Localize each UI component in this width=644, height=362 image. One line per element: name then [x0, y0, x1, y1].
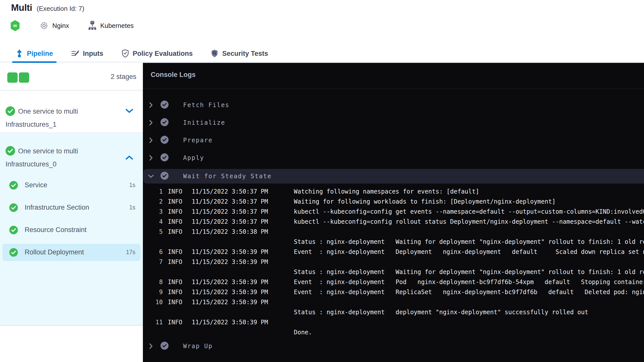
chevron-down-icon[interactable] — [148, 174, 154, 178]
infrastructure-item-kubernetes[interactable]: Kubernetes — [88, 21, 134, 31]
console-steps-bottom: Wrap Up — [143, 337, 644, 355]
log-level — [168, 267, 192, 277]
log-timestamp: 11/15/2022 3:50:37 PM — [192, 207, 268, 217]
console-step-label: Apply — [183, 154, 204, 161]
tab-policy-evaluations[interactable]: Policy Evaluations — [122, 45, 193, 62]
sidebar-step-resource-constraint[interactable]: Resource Constraint — [0, 219, 143, 241]
log-meta: INFO11/15/2022 3:50:37 PM — [168, 217, 294, 227]
console-step-prepare[interactable]: Prepare — [143, 131, 644, 149]
log-line: 5INFO11/15/2022 3:50:38 PM — [143, 227, 644, 237]
execution-id: (Execution Id: 7) — [37, 5, 84, 13]
log-level: INFO — [168, 257, 192, 267]
sidebar-step-inner: Infrastructure Section1s — [3, 199, 140, 216]
infrastructure-label: Kubernetes — [100, 22, 134, 30]
console-step-initialize[interactable]: Initialize — [143, 114, 644, 131]
log-level: INFO — [168, 197, 192, 207]
log-line: 1INFO11/15/2022 3:50:37 PMWatching follo… — [143, 187, 644, 197]
console-logs-title: Console Logs — [151, 71, 196, 79]
console-step-label: Fetch Files — [183, 102, 229, 109]
success-check-icon — [9, 181, 18, 190]
log-line-number: 4 — [154, 217, 163, 227]
success-check-icon — [9, 203, 18, 212]
log-message — [294, 227, 644, 237]
page-title: Multi — [11, 3, 32, 13]
log-line-number: 3 — [154, 207, 163, 217]
log-level — [168, 307, 192, 317]
step-label: Resource Constraint — [25, 226, 87, 234]
stage-row-infrastructures-1[interactable]: One service to multi Infrastructures_1 — [0, 91, 143, 133]
stage-square-success[interactable] — [19, 72, 29, 83]
success-check-icon — [6, 106, 15, 119]
log-line-number — [154, 267, 163, 277]
chevron-down-icon[interactable] — [125, 108, 133, 115]
log-line: 10INFO11/15/2022 3:50:39 PM — [143, 297, 644, 307]
log-meta — [168, 237, 294, 247]
log-message: Status : nginx-deployment Waiting for de… — [294, 237, 644, 247]
log-message: Status : nginx-deployment deployment "ng… — [294, 307, 644, 317]
log-line: 8INFO11/15/2022 3:50:39 PMEvent : nginx-… — [143, 277, 644, 287]
log-timestamp: 11/15/2022 3:50:39 PM — [192, 257, 268, 267]
log-line-number — [154, 327, 163, 337]
log-line-number: 1 — [154, 187, 163, 197]
sidebar-step-rollout-deployment[interactable]: Rollout Deployment17s — [0, 241, 143, 263]
console-logs-panel: Console Logs Fetch FilesInitializePrepar… — [143, 63, 644, 362]
log-meta — [168, 307, 294, 317]
chevron-right-icon[interactable] — [148, 155, 154, 161]
tab-label: Pipeline — [27, 50, 53, 58]
log-line: 11INFO11/15/2022 3:50:39 PM — [143, 317, 644, 327]
console-step-apply[interactable]: Apply — [143, 149, 644, 167]
console-divider — [143, 88, 644, 89]
log-meta: INFO11/15/2022 3:50:39 PM — [168, 247, 294, 257]
log-level: INFO — [168, 207, 192, 217]
log-line-number: 5 — [154, 227, 163, 237]
stage-square-success[interactable] — [7, 72, 18, 83]
title-row: Multi (Execution Id: 7) — [11, 3, 84, 13]
log-line: 3INFO11/15/2022 3:50:37 PMkubectl --kube… — [143, 207, 644, 217]
chevron-right-icon[interactable] — [148, 137, 154, 143]
success-check-icon — [9, 226, 18, 234]
tab-label: Inputs — [83, 50, 103, 58]
log-line: 6INFO11/15/2022 3:50:39 PMEvent : nginx-… — [143, 247, 644, 257]
log-timestamp: 11/15/2022 3:50:39 PM — [192, 297, 268, 307]
log-message: kubectl --kubeconfig=config rollout stat… — [294, 217, 644, 227]
inputs-icon — [71, 50, 79, 57]
log-meta: INFO11/15/2022 3:50:39 PM — [168, 287, 294, 297]
log-line: Status : nginx-deployment deployment "ng… — [143, 307, 644, 317]
chevron-right-icon[interactable] — [148, 120, 154, 126]
console-step-label: Wait for Steady State — [183, 173, 272, 180]
log-line: 2INFO11/15/2022 3:50:37 PMWaiting for fo… — [143, 197, 644, 207]
tab-inputs[interactable]: Inputs — [71, 45, 103, 62]
stage-row-infrastructures-0[interactable]: One service to multi Infrastructures_0 — [6, 146, 101, 170]
console-step-label: Wrap Up — [183, 343, 213, 350]
chevron-right-icon[interactable] — [148, 102, 154, 108]
service-item-nginx[interactable]: Nginx — [39, 21, 69, 30]
log-line-number: 2 — [154, 197, 163, 207]
gear-icon — [39, 21, 49, 30]
log-line-number: 7 — [154, 257, 163, 267]
step-success-check-icon — [160, 342, 169, 351]
stage-status-squares — [7, 72, 29, 83]
console-step-wrap-up[interactable]: Wrap Up — [143, 337, 644, 355]
console-step-fetch-files[interactable]: Fetch Files — [143, 96, 644, 114]
sidebar-step-inner: Service1s — [3, 177, 140, 194]
chevron-right-icon[interactable] — [148, 343, 154, 349]
step-label: Infrastructure Section — [25, 204, 89, 211]
log-timestamp: 11/15/2022 3:50:37 PM — [192, 197, 268, 207]
tab-pipeline[interactable]: Pipeline — [16, 45, 53, 62]
sidebar-step-inner: Resource Constraint — [3, 221, 140, 239]
log-line: 9INFO11/15/2022 3:50:39 PMEvent : nginx-… — [143, 287, 644, 297]
tab-label: Security Tests — [222, 50, 268, 58]
sidebar-step-infrastructure-section[interactable]: Infrastructure Section1s — [0, 196, 143, 219]
sidebar-step-service[interactable]: Service1s — [0, 174, 143, 196]
console-step-wait-for-steady-state[interactable]: Wait for Steady State — [143, 169, 644, 184]
log-message: Event : nginx-deployment ReplicaSet ngin… — [294, 287, 644, 297]
log-meta: INFO11/15/2022 3:50:39 PM — [168, 317, 294, 327]
log-timestamp: 11/15/2022 3:50:39 PM — [192, 287, 268, 297]
log-meta: INFO11/15/2022 3:50:37 PM — [168, 187, 294, 197]
log-meta — [168, 267, 294, 277]
tab-security-tests[interactable]: Security Tests — [211, 45, 268, 62]
chevron-up-icon[interactable] — [125, 155, 133, 161]
log-meta: INFO11/15/2022 3:50:38 PM — [168, 227, 294, 237]
log-level: INFO — [168, 317, 192, 327]
services-row: ∞ Nginx — [10, 20, 134, 31]
